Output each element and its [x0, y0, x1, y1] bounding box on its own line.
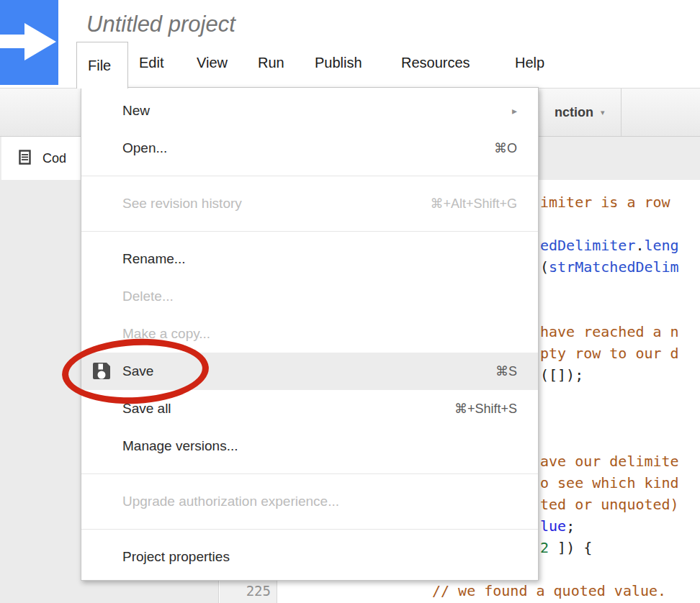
menu-view[interactable]: View — [197, 55, 228, 71]
menu-item-see-revision-history: See revision history ⌘+Alt+Shift+G — [81, 185, 538, 222]
code-line: ave our delimite — [540, 450, 679, 472]
file-tab-label: Cod — [42, 151, 66, 166]
shortcut-label: ⌘O — [494, 140, 517, 156]
select-function-label: nction — [555, 105, 593, 120]
menu-separator — [81, 231, 538, 232]
menu-item-new[interactable]: New ▸ — [81, 92, 538, 130]
code-line: 2 ]) { — [540, 537, 592, 558]
apps-script-logo — [0, 0, 58, 85]
code-line: edDelimiter.leng — [540, 235, 679, 256]
menu-item-upgrade-authorization: Upgrade authorization experience... — [81, 483, 538, 520]
code-line: // we found a quoted value. — [432, 580, 666, 602]
shortcut-label: ⌘+Shift+S — [454, 401, 517, 417]
shortcut-label: ⌘+Alt+Shift+G — [430, 196, 517, 212]
arrow-icon — [0, 35, 26, 48]
toolbar-divider — [621, 89, 622, 136]
menu-item-manage-versions[interactable]: Manage versions... — [81, 427, 538, 465]
shortcut-label: ⌘S — [495, 363, 517, 379]
menu-separator — [81, 529, 538, 530]
file-menu-dropdown: New ▸ Open... ⌘O See revision history ⌘+… — [81, 87, 539, 581]
apps-script-editor: Cod 225 226 imiter is a rowedDelimiter.l… — [0, 0, 700, 603]
menu-publish[interactable]: Publish — [315, 55, 362, 71]
chevron-down-icon: ▾ — [601, 108, 605, 117]
code-line: imiter is a row — [540, 191, 670, 213]
code-line: ([]); — [540, 364, 583, 386]
menu-item-delete: Delete... — [81, 278, 538, 315]
code-line: o see which kind — [540, 472, 679, 494]
menu-item-open[interactable]: Open... ⌘O — [81, 130, 538, 167]
menu-edit[interactable]: Edit — [139, 55, 163, 71]
submenu-arrow-icon: ▸ — [512, 105, 517, 117]
menu-run[interactable]: Run — [258, 55, 284, 71]
menu-item-rename[interactable]: Rename... — [81, 240, 538, 278]
project-title[interactable]: Untitled project — [86, 12, 235, 37]
menu-separator — [81, 176, 538, 176]
code-line: ted or unquoted) — [540, 494, 679, 515]
line-number: 225 — [228, 580, 271, 602]
menu-help[interactable]: Help — [515, 55, 544, 71]
document-icon — [19, 150, 31, 168]
select-function-dropdown[interactable]: nction ▾ — [555, 89, 605, 136]
code-line: lue; — [540, 515, 575, 537]
code-line: have reached a n — [540, 321, 679, 343]
menu-file[interactable]: File — [76, 42, 128, 89]
code-line: pty row to our d — [540, 343, 679, 364]
menu-separator — [81, 473, 538, 474]
code-line: (strMatchedDelim — [540, 256, 679, 278]
menu-item-project-properties[interactable]: Project properties — [81, 538, 538, 576]
menu-resources[interactable]: Resources — [401, 55, 470, 71]
